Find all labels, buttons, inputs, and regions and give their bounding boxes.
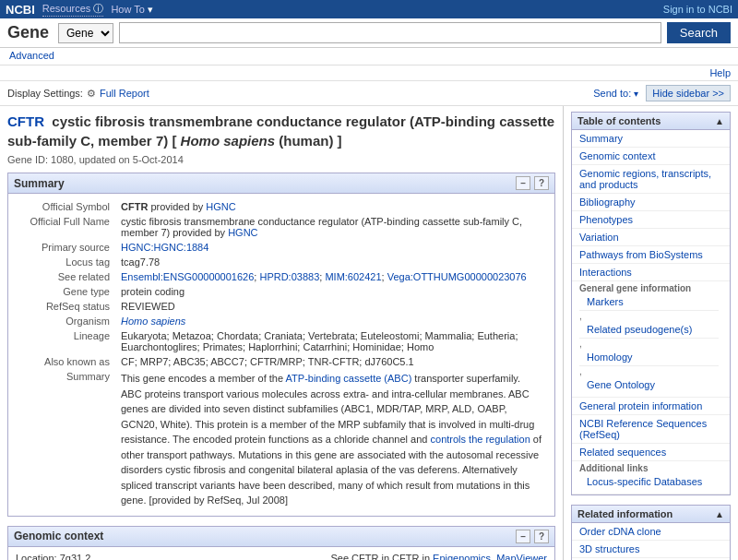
related-info-section: Related information ▲ Order cDNA clone 3… (571, 505, 731, 560)
epigenomics-link[interactable]: Epigenomics (433, 553, 491, 561)
toc-variation[interactable]: Variation (572, 229, 730, 246)
toc-markers[interactable]: Markers (579, 293, 719, 311)
ensembl-link[interactable]: Ensembl:ENSG00000001626 (121, 271, 254, 282)
table-row: Summary This gene encodes a member of th… (16, 369, 547, 510)
toc-links: Summary Genomic context Genomic regions,… (571, 130, 731, 495)
genomic-question-icon[interactable]: ? (534, 530, 549, 543)
main-layout: CFTR cystic fibrosis transmembrane condu… (0, 106, 738, 560)
search-input[interactable] (119, 22, 661, 43)
field-value: protein coding (117, 284, 547, 299)
field-label: Locus tag (16, 255, 117, 269)
toc-general-gene: General gene information Markers, Relate… (572, 281, 730, 398)
gene-symbol: CFTR (7, 113, 44, 129)
table-row: Lineage Eukaryota; Metazoa; Chordata; Cr… (16, 328, 547, 354)
field-label: RefSeq status (16, 299, 117, 314)
toc-homology[interactable]: Homology (579, 349, 719, 366)
field-value: CFTR provided by HGNC (117, 199, 547, 214)
ncbi-logo: NCBI (6, 3, 35, 17)
primary-source-link[interactable]: HGNC:HGNC:1884 (121, 242, 208, 253)
field-value: REVIEWED (117, 299, 547, 314)
summary-body: Official Symbol CFTR provided by HGNC Of… (8, 194, 554, 516)
toc-phenotypes[interactable]: Phenotypes (572, 211, 730, 229)
display-settings-left: Display Settings: ⚙ Full Report (7, 88, 149, 100)
table-row: Locus tag tcag7.78 (16, 255, 547, 269)
resources-link[interactable]: Resources ⓘ (42, 2, 104, 17)
full-report-link[interactable]: Full Report (100, 88, 149, 99)
table-row: Official Full Name cystic fibrosis trans… (16, 214, 547, 240)
hgnc-fullname-link[interactable]: HGNC (228, 227, 257, 238)
field-label: Organism (16, 314, 117, 328)
table-row: Gene type protein coding (16, 284, 547, 299)
field-label: Lineage (16, 328, 117, 354)
hide-sidebar-button[interactable]: Hide sidebar >> (646, 85, 731, 101)
table-row: Organism Homo sapiens (16, 314, 547, 328)
rel-cdna[interactable]: Order cDNA clone (572, 523, 730, 541)
summary-question-icon[interactable]: ? (534, 176, 549, 190)
related-info-title[interactable]: Related information ▲ (571, 505, 731, 523)
field-label: Official Symbol (16, 199, 117, 214)
toc-locus-specific[interactable]: Locus-specific Databases (579, 473, 719, 490)
send-to-caret: ▾ (634, 89, 638, 99)
genomic-minus-icon[interactable]: – (516, 530, 530, 543)
field-value: CF; MRP7; ABC35; ABCC7; CFTR/MRP; TNR-CF… (117, 354, 547, 369)
toc-protein-info[interactable]: General protein information (572, 398, 730, 415)
summary-minus-icon[interactable]: – (516, 176, 530, 190)
field-label: Summary (16, 369, 117, 510)
summary-title: Summary (14, 177, 65, 190)
vega-link[interactable]: Vega:OTTHUMG00000023076 (387, 271, 527, 282)
mapviewer-link[interactable]: MapViewer (496, 553, 547, 561)
genomic-see-cftr: See CFTR in CFTR in Epigenomics, MapView… (330, 553, 547, 561)
toc-collapse-icon: ▲ (715, 116, 724, 126)
table-row: Primary source HGNC:HGNC:1884 (16, 240, 547, 255)
help-link[interactable]: Help (709, 67, 731, 78)
gene-id-line: Gene ID: 1080, updated on 5-Oct-2014 (7, 154, 555, 165)
toc-gene-ontology[interactable]: Gene Ontology (579, 376, 719, 393)
toc-genomic-regions[interactable]: Genomic regions, transcripts, and produc… (572, 165, 730, 194)
send-to[interactable]: Send to: ▾ (593, 88, 638, 99)
toc-pathways[interactable]: Pathways from BioSystems (572, 246, 730, 264)
field-label: Gene type (16, 284, 117, 299)
signin-link[interactable]: Sign in to NCBI (663, 4, 732, 15)
hgnc-link[interactable]: HGNC (206, 201, 235, 212)
summary-section: Summary – ? Official Symbol CFTR provide… (7, 173, 555, 517)
toc-title[interactable]: Table of contents ▲ (571, 112, 731, 130)
settings-icon[interactable]: ⚙ (87, 88, 96, 100)
genomic-location-block: Location: 7q31.2 Exon count: 31 (16, 553, 90, 561)
howto-link[interactable]: How To ▾ (111, 4, 153, 16)
toc-section: Table of contents ▲ Summary Genomic cont… (571, 112, 731, 495)
genomic-title: Genomic context (14, 530, 103, 542)
field-value: cystic fibrosis transmembrane conductanc… (117, 214, 547, 240)
toc-bibliography[interactable]: Bibliography (572, 194, 730, 211)
toc-summary[interactable]: Summary (572, 130, 730, 148)
advanced-link[interactable]: Advanced (9, 50, 54, 61)
toc-refseq[interactable]: NCBI Reference Sequences (RefSeq) (572, 415, 730, 444)
field-label: Also known as (16, 354, 117, 369)
hprd-link[interactable]: HPRD:03883 (259, 271, 319, 282)
content-area: CFTR cystic fibrosis transmembrane condu… (0, 106, 563, 560)
top-nav: NCBI Resources ⓘ How To ▾ Sign in to NCB… (0, 0, 738, 18)
search-button[interactable]: Search (667, 22, 731, 43)
organism-link[interactable]: Homo sapiens (121, 316, 185, 327)
toc-pseudogenes[interactable]: Related pseudogene(s) (579, 321, 719, 339)
field-value: tcag7.78 (117, 255, 547, 269)
toc-additional-links: Additional links Locus-specific Database… (572, 461, 730, 494)
table-row: Official Symbol CFTR provided by HGNC (16, 199, 547, 214)
toc-genomic-context[interactable]: Genomic context (572, 148, 730, 165)
controls-link[interactable]: controls the regulation (431, 434, 530, 445)
sidebar: Table of contents ▲ Summary Genomic cont… (563, 106, 738, 560)
genomic-context-section: Genomic context – ? Location: 7q31.2 Exo… (7, 526, 555, 561)
rel-3d[interactable]: 3D structures (572, 541, 730, 558)
mim-link[interactable]: MIM:602421 (325, 271, 381, 282)
summary-table: Official Symbol CFTR provided by HGNC Of… (16, 199, 547, 510)
field-value: Eukaryota; Metazoa; Chordata; Craniata; … (117, 328, 547, 354)
display-settings-label: Display Settings: (7, 88, 83, 99)
page-title: CFTR cystic fibrosis transmembrane condu… (7, 112, 555, 150)
abc-link[interactable]: ATP-binding cassette (ABC) (286, 373, 412, 384)
search-bar: Gene Gene Search (0, 18, 738, 48)
toc-related-seq[interactable]: Related sequences (572, 444, 730, 461)
display-settings-right: Send to: ▾ Hide sidebar >> (593, 85, 731, 101)
field-value: HGNC:HGNC:1884 (117, 240, 547, 255)
db-select[interactable]: Gene (58, 23, 113, 43)
genomic-header-icons: – ? (516, 530, 549, 543)
toc-interactions[interactable]: Interactions (572, 264, 730, 281)
